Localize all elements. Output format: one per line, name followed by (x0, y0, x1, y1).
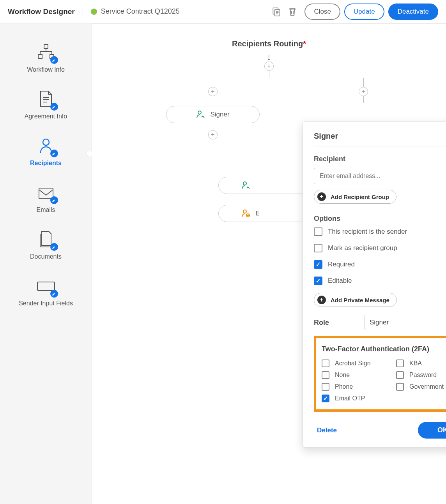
deactivate-button[interactable]: Deactivate (388, 4, 438, 20)
sidebar-item-label: Emails (36, 206, 55, 213)
tfa-kba[interactable]: KBA (396, 359, 446, 367)
edit-badge-icon (50, 103, 58, 111)
trash-icon[interactable] (287, 7, 297, 17)
workflow-name: Service Contract Q12025 (101, 7, 180, 16)
svg-point-21 (243, 182, 246, 185)
add-node-button[interactable]: + (359, 87, 368, 96)
add-node-button[interactable]: + (208, 87, 218, 96)
tfa-none[interactable]: None (322, 371, 388, 379)
svg-point-22 (243, 210, 246, 213)
sidebar-item-sender-input-fields[interactable]: Sender Input Fields (0, 271, 92, 318)
sidebar-item-label: Documents (30, 253, 62, 260)
add-recipient-group-button[interactable]: + Add Recipient Group (314, 190, 396, 204)
checkbox-is-sender[interactable]: This recipient is the sender (314, 227, 446, 236)
checkbox-icon (314, 277, 322, 285)
arrow-down-icon: ↓ (104, 52, 434, 62)
signer-node[interactable]: Signer (166, 106, 260, 123)
popover-title: Signer (314, 132, 446, 141)
tfa-government-id[interactable]: Government ID (396, 383, 446, 391)
sidebar-item-agreement-info[interactable]: Agreement Info (0, 84, 92, 131)
workflow-canvas: Recipients Routing* ↓ + + Signer + (92, 23, 446, 504)
add-node-button[interactable]: + (208, 130, 218, 139)
checkbox-icon (314, 260, 322, 269)
sidebar-item-label: Recipients (30, 160, 62, 167)
role-label: Role (314, 319, 357, 327)
sidebar-item-workflow-info[interactable]: Workflow Info (0, 37, 92, 84)
edit-badge-icon (50, 196, 58, 204)
role-select[interactable]: Signer ⌄ (365, 315, 446, 330)
sidebar-item-label: Workflow Info (27, 66, 65, 73)
edit-badge-icon (50, 290, 58, 298)
signer-settings-popover: Signer Recipient + Add Recipient Group O… (303, 121, 446, 448)
edit-badge-icon (50, 243, 58, 251)
ok-button[interactable]: OK (418, 422, 446, 439)
signer-icon (241, 181, 251, 190)
copy-icon[interactable] (271, 7, 281, 17)
tfa-section: Two-Factor Authentication (2FA) Acrobat … (314, 336, 446, 412)
required-mark: * (303, 39, 306, 48)
svg-rect-19 (37, 282, 55, 291)
tfa-password[interactable]: Password (396, 371, 446, 379)
add-private-message-button[interactable]: + Add Private Message (314, 293, 397, 307)
edit-badge-icon (50, 56, 58, 64)
node-label: Signer (210, 111, 229, 118)
delete-button[interactable]: Delete (317, 426, 337, 434)
close-button[interactable]: Close (304, 4, 340, 20)
svg-rect-7 (44, 44, 48, 48)
update-button[interactable]: Update (344, 4, 384, 20)
recipient-section-label: Recipient (314, 155, 446, 163)
checkbox-mark-group[interactable]: Mark as recipient group (314, 244, 446, 252)
edit-badge-icon (50, 150, 58, 157)
sidebar-item-label: Agreement Info (25, 113, 67, 120)
plus-icon: + (317, 296, 326, 304)
app-title: Workflow Designer (8, 7, 75, 16)
plus-icon: + (317, 192, 326, 201)
tfa-acrobat-sign[interactable]: Acrobat Sign (322, 359, 388, 367)
app-header: Workflow Designer Service Contract Q1202… (0, 0, 446, 23)
divider (83, 6, 83, 17)
status-indicator-icon (91, 9, 97, 15)
svg-rect-18 (39, 188, 53, 198)
sidebar: Workflow Info Agreement Info Recipients … (0, 23, 92, 504)
tfa-title: Two-Factor Authentication (2FA) (322, 345, 446, 353)
sidebar-item-recipients[interactable]: Recipients (0, 131, 92, 178)
checkbox-icon (314, 244, 322, 252)
add-root-node-button[interactable]: + (264, 62, 274, 71)
node-label: E (255, 210, 260, 217)
svg-point-20 (198, 111, 201, 114)
checkbox-icon (314, 227, 322, 236)
sidebar-item-label: Sender Input Fields (19, 300, 73, 307)
tfa-email-otp[interactable]: Email OTP (322, 395, 388, 402)
checkbox-required[interactable]: Required (314, 260, 446, 269)
checkbox-editable[interactable]: Editable (314, 277, 446, 285)
sidebar-item-documents[interactable]: Documents (0, 224, 92, 271)
svg-point-17 (43, 139, 49, 145)
routing-title: Recipients Routing* (104, 39, 434, 48)
tfa-phone[interactable]: Phone (322, 383, 388, 391)
svg-rect-12 (38, 55, 42, 58)
approver-icon (241, 209, 251, 218)
sidebar-item-emails[interactable]: Emails (0, 178, 92, 224)
email-input[interactable] (314, 168, 446, 184)
signer-icon (196, 110, 205, 119)
options-section-label: Options (314, 215, 446, 223)
